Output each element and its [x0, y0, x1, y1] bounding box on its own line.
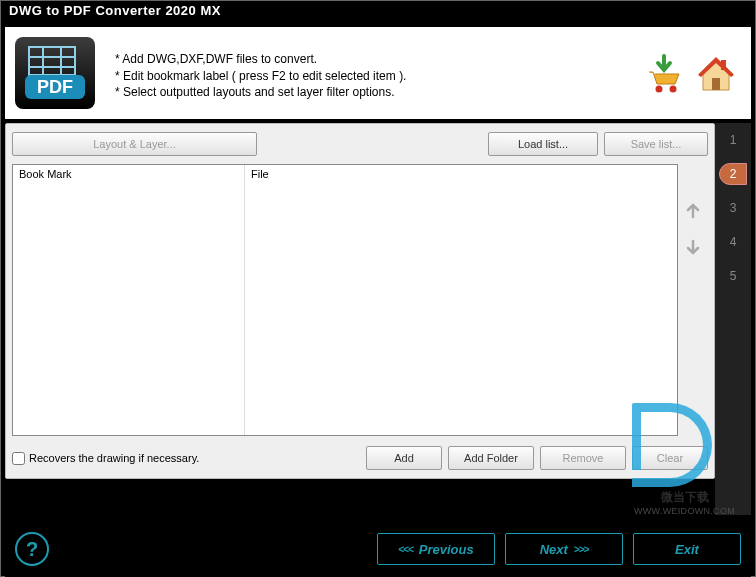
svg-rect-10 [712, 78, 720, 90]
svg-text:PDF: PDF [37, 77, 73, 97]
next-label: Next [540, 542, 568, 557]
add-button[interactable]: Add [366, 446, 442, 470]
file-column: File [245, 165, 677, 435]
recover-checkbox-label[interactable]: Recovers the drawing if necessary. [12, 452, 199, 465]
footer-nav: ? <<< Previous Next >>> Exit [5, 519, 751, 577]
help-icon: ? [26, 538, 38, 561]
bookmark-column-header: Book Mark [13, 165, 244, 183]
file-list[interactable]: Book Mark File [12, 164, 678, 436]
exit-button[interactable]: Exit [633, 533, 741, 565]
next-arrows-icon: >>> [574, 544, 589, 555]
cart-icon[interactable] [643, 52, 685, 94]
svg-point-8 [670, 86, 677, 93]
add-folder-button[interactable]: Add Folder [448, 446, 534, 470]
instruction-line-2: * Edit bookmark label ( press F2 to edit… [115, 68, 643, 85]
content-area: Layout & Layer... Load list... Save list… [5, 123, 751, 479]
step-sidebar: 1 2 3 4 5 [715, 123, 751, 479]
step-5[interactable]: 5 [719, 265, 747, 287]
title-bar: DWG to PDF Converter 2020 MX [1, 1, 755, 23]
recover-label-text: Recovers the drawing if necessary. [29, 452, 199, 464]
step-3[interactable]: 3 [719, 197, 747, 219]
save-list-button[interactable]: Save list... [604, 132, 708, 156]
app-logo: PDF [5, 30, 105, 116]
prev-arrows-icon: <<< [398, 544, 413, 555]
recover-checkbox[interactable] [12, 452, 25, 465]
clear-button[interactable]: Clear [632, 446, 708, 470]
load-list-button[interactable]: Load list... [488, 132, 598, 156]
step-4[interactable]: 4 [719, 231, 747, 253]
home-icon[interactable] [695, 52, 737, 94]
svg-point-7 [656, 86, 663, 93]
step-2[interactable]: 2 [719, 163, 747, 185]
list-reorder-controls [678, 164, 708, 436]
previous-button[interactable]: <<< Previous [377, 533, 495, 565]
step-1[interactable]: 1 [719, 129, 747, 151]
instruction-line-3: * Select outputted layouts and set layer… [115, 84, 643, 101]
exit-label: Exit [675, 542, 699, 557]
help-button[interactable]: ? [15, 532, 49, 566]
instructions-text: * Add DWG,DXF,DWF files to convert. * Ed… [105, 45, 643, 101]
app-window: DWG to PDF Converter 2020 MX PDF [0, 0, 756, 577]
window-title: DWG to PDF Converter 2020 MX [9, 3, 221, 18]
header: PDF * Add DWG,DXF,DWF files to convert. … [5, 27, 751, 119]
top-toolbar: Layout & Layer... Load list... Save list… [6, 124, 714, 164]
previous-label: Previous [419, 542, 474, 557]
svg-rect-9 [721, 60, 726, 70]
file-column-header: File [245, 165, 677, 183]
svg-rect-0 [29, 47, 75, 75]
remove-button[interactable]: Remove [540, 446, 626, 470]
layout-layer-button[interactable]: Layout & Layer... [12, 132, 257, 156]
move-down-button[interactable] [682, 236, 704, 258]
main-panel: Layout & Layer... Load list... Save list… [5, 123, 715, 479]
move-up-button[interactable] [682, 200, 704, 222]
next-button[interactable]: Next >>> [505, 533, 623, 565]
bookmark-column: Book Mark [13, 165, 245, 435]
instruction-line-1: * Add DWG,DXF,DWF files to convert. [115, 51, 643, 68]
header-icons [643, 52, 751, 94]
